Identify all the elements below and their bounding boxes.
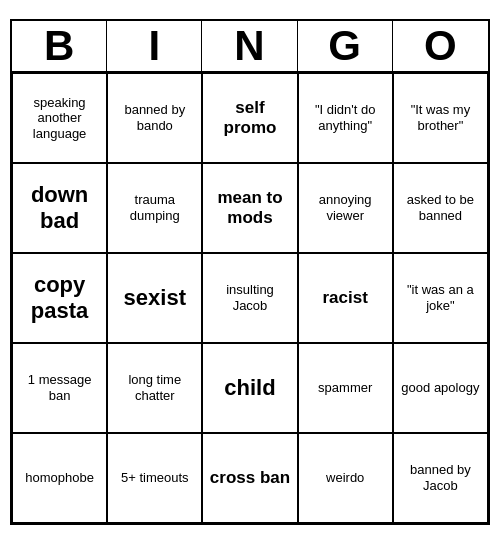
bingo-cell-23: weirdo [298,433,393,523]
bingo-cell-18: spammer [298,343,393,433]
bingo-cell-20: homophobe [12,433,107,523]
bingo-cell-2: self promo [202,73,297,163]
bingo-cell-8: annoying viewer [298,163,393,253]
bingo-cell-15: 1 message ban [12,343,107,433]
bingo-cell-4: "It was my brother" [393,73,488,163]
bingo-cell-16: long time chatter [107,343,202,433]
bingo-cell-24: banned by Jacob [393,433,488,523]
bingo-cell-5: down bad [12,163,107,253]
bingo-letter-n: N [202,21,297,71]
bingo-cell-7: mean to mods [202,163,297,253]
bingo-cell-14: "it was an a joke" [393,253,488,343]
bingo-cell-13: racist [298,253,393,343]
bingo-cell-3: "I didn't do anything" [298,73,393,163]
bingo-cell-1: banned by bando [107,73,202,163]
bingo-grid: speaking another languagebanned by bando… [12,73,488,523]
bingo-cell-19: good apology [393,343,488,433]
bingo-letter-o: O [393,21,488,71]
bingo-letter-b: B [12,21,107,71]
bingo-cell-22: cross ban [202,433,297,523]
bingo-cell-21: 5+ timeouts [107,433,202,523]
bingo-cell-10: copy pasta [12,253,107,343]
bingo-cell-17: child [202,343,297,433]
bingo-cell-0: speaking another language [12,73,107,163]
bingo-cell-9: asked to be banned [393,163,488,253]
bingo-cell-11: sexist [107,253,202,343]
bingo-header: BINGO [12,21,488,73]
bingo-letter-i: I [107,21,202,71]
bingo-cell-12: insulting Jacob [202,253,297,343]
bingo-letter-g: G [298,21,393,71]
bingo-cell-6: trauma dumping [107,163,202,253]
bingo-card: BINGO speaking another languagebanned by… [10,19,490,525]
